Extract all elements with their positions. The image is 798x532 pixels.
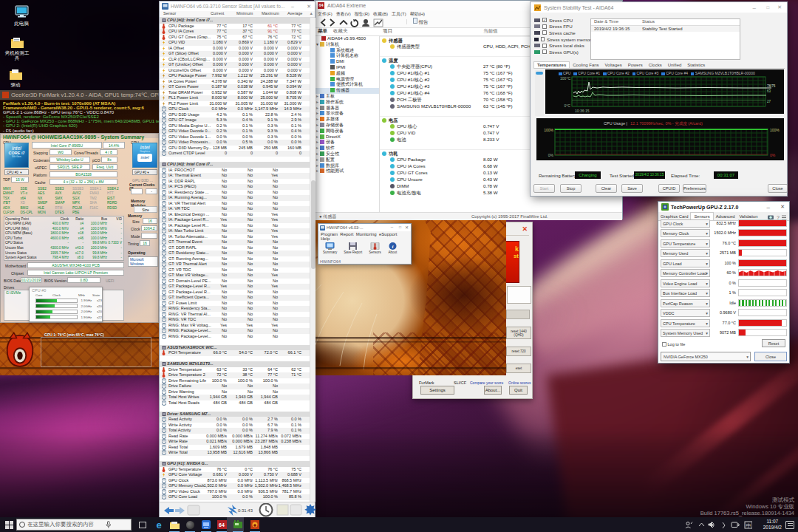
svg-text:0°C: 0°C [565,103,571,108]
svg-text:100%: 100% [544,128,553,132]
svg-text:100%: 100% [770,128,780,132]
svg-text:12.1 70099Hz/sec, 0% - 完成度 (: 12.1 70099Hz/sec, 0% - 完成度 (A/card) [630,121,703,126]
svg-text:0:31:43: 0:31:43 [238,508,253,513]
svg-text:中: 中 [746,523,751,528]
svg-text:10:36:15: 10:36:15 [575,109,590,113]
svg-text:0%: 0% [548,153,554,157]
svg-text:27: 27 [767,100,771,103]
svg-text:i: i [392,244,393,250]
svg-text:CPU Usage |: CPU Usage | [604,121,627,126]
svg-text:0%: 0% [770,153,776,157]
svg-text:100°C: 100°C [560,76,570,81]
svg-text:63: 63 [767,89,771,93]
svg-text:78/75: 78/75 [767,84,776,88]
